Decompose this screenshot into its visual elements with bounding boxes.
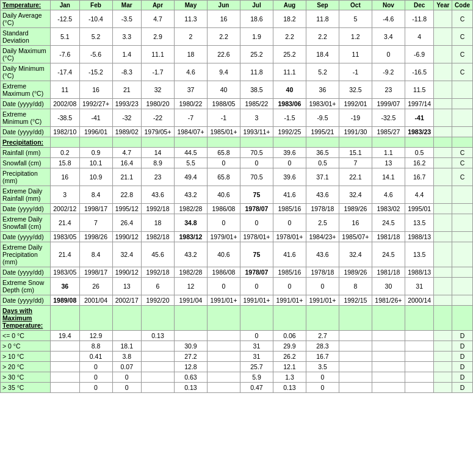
data-cell-r26-c2: 0 xyxy=(112,383,142,393)
row-header-0: Daily Average (°C) xyxy=(1,10,51,28)
climate-table: Temperature: Jan Feb Mar Apr May Jun Jul… xyxy=(0,0,473,393)
data-cell-r23-c0 xyxy=(51,352,80,362)
data-cell-r6-c5: -1 xyxy=(207,109,240,127)
row-header-19: Date (yyyy/dd) xyxy=(1,295,51,306)
data-cell-r1-c10: 3.4 xyxy=(372,28,405,46)
data-cell-r4-c2: 21 xyxy=(112,81,142,99)
data-cell-r16-c8: 43.6 xyxy=(306,242,339,267)
data-cell-r7-c1: 1996/01 xyxy=(79,127,112,137)
data-cell-r21-c6: 0 xyxy=(240,331,273,341)
data-cell-r24-c7: 12.1 xyxy=(273,362,306,372)
data-cell-r5-c11: 1997/14 xyxy=(405,99,434,109)
data-cell-r24-c4: 12.8 xyxy=(175,362,208,372)
data-cell-r10-c6: 0 xyxy=(240,158,273,168)
data-cell-r1-c11: 4 xyxy=(405,28,434,46)
row-header-5: Date (yyyy/dd) xyxy=(1,99,51,109)
section-cell-9 xyxy=(339,137,372,148)
data-cell-r12-c12 xyxy=(434,186,452,204)
data-cell-r18-c4: 12 xyxy=(175,278,208,295)
data-cell-r21-c5 xyxy=(207,331,240,341)
row-header-6: Extreme Minimum (°C) xyxy=(1,109,51,127)
section-cell-10 xyxy=(372,306,405,331)
data-cell-r1-c3: 2.9 xyxy=(142,28,175,46)
data-cell-r1-c6: 1.9 xyxy=(240,28,273,46)
data-cell-r0-c1: -10.4 xyxy=(79,10,112,28)
table-corner: Temperature: xyxy=(1,1,51,10)
data-cell-r7-c7: 1992/25 xyxy=(273,127,306,137)
data-cell-r24-c1: 0 xyxy=(79,362,112,372)
data-cell-r15-c12 xyxy=(434,232,452,242)
data-cell-r18-c3: 6 xyxy=(142,278,175,295)
col-aug: Aug xyxy=(273,1,306,10)
data-cell-r18-c2: 13 xyxy=(112,278,142,295)
row-header-18: Extreme Snow Depth (cm) xyxy=(1,278,51,295)
data-cell-r23-c10 xyxy=(372,352,405,362)
row-header-10: Snowfall (cm) xyxy=(1,158,51,168)
col-jan: Jan xyxy=(51,1,80,10)
data-cell-r22-c13: D xyxy=(452,341,473,352)
data-cell-r17-c1: 1998/17 xyxy=(79,267,112,278)
data-cell-r26-c13: D xyxy=(452,383,473,393)
data-cell-r7-c4: 1984/07+ xyxy=(175,127,208,137)
data-cell-r3-c8: 5.2 xyxy=(306,63,339,81)
data-cell-r1-c8: 2.2 xyxy=(306,28,339,46)
data-cell-r3-c11: -16.5 xyxy=(405,63,434,81)
data-cell-r4-c8: 36 xyxy=(306,81,339,99)
data-cell-r25-c10 xyxy=(372,372,405,383)
data-cell-r11-c10: 14.1 xyxy=(372,168,405,186)
data-cell-r3-c6: 11.8 xyxy=(240,63,273,81)
data-cell-r12-c3: 43.6 xyxy=(142,186,175,204)
data-cell-r6-c11: -41 xyxy=(405,109,434,127)
data-cell-r14-c1: 7 xyxy=(79,214,112,232)
data-cell-r2-c12 xyxy=(434,46,452,63)
section-cell-1 xyxy=(79,306,112,331)
data-cell-r6-c13 xyxy=(452,109,473,127)
data-cell-r5-c13 xyxy=(452,99,473,109)
data-cell-r6-c7: -1.5 xyxy=(273,109,306,127)
data-cell-r5-c0: 2002/08 xyxy=(51,99,80,109)
data-cell-r1-c9: 1.2 xyxy=(339,28,372,46)
data-cell-r23-c4: 27.2 xyxy=(175,352,208,362)
data-cell-r14-c3: 18 xyxy=(142,214,175,232)
data-cell-r5-c3: 1980/20 xyxy=(142,99,175,109)
data-cell-r23-c9 xyxy=(339,352,372,362)
data-cell-r18-c9: 8 xyxy=(339,278,372,295)
data-cell-r14-c7: 0 xyxy=(273,214,306,232)
data-cell-r17-c3: 1992/18 xyxy=(142,267,175,278)
data-cell-r14-c8: 2.5 xyxy=(306,214,339,232)
data-cell-r10-c1: 10.1 xyxy=(79,158,112,168)
data-cell-r12-c11: 4.4 xyxy=(405,186,434,204)
section-cell-4 xyxy=(175,137,208,148)
data-cell-r10-c4: 5.5 xyxy=(175,158,208,168)
row-header-2: Daily Maximum (°C) xyxy=(1,46,51,63)
data-cell-r9-c4: 44.5 xyxy=(175,148,208,158)
data-cell-r9-c0: 0.2 xyxy=(51,148,80,158)
data-cell-r7-c0: 1982/10 xyxy=(51,127,80,137)
col-jun: Jun xyxy=(207,1,240,10)
data-cell-r2-c1: -5.6 xyxy=(79,46,112,63)
data-cell-r11-c11: 16.7 xyxy=(405,168,434,186)
data-cell-r17-c10: 1981/18 xyxy=(372,267,405,278)
data-cell-r2-c9: 11 xyxy=(339,46,372,63)
data-cell-r7-c3: 1979/05+ xyxy=(142,127,175,137)
data-cell-r3-c2: -8.3 xyxy=(112,63,142,81)
data-cell-r19-c2: 2002/17 xyxy=(112,295,142,306)
data-cell-r4-c11: 11.5 xyxy=(405,81,434,99)
data-cell-r13-c13 xyxy=(452,204,473,214)
data-cell-r12-c6: 75 xyxy=(240,186,273,204)
data-cell-r17-c11: 1988/13 xyxy=(405,267,434,278)
col-jul: Jul xyxy=(240,1,273,10)
data-cell-r0-c9: 5 xyxy=(339,10,372,28)
data-cell-r0-c13: C xyxy=(452,10,473,28)
data-cell-r9-c12 xyxy=(434,148,452,158)
data-cell-r4-c9: 32.5 xyxy=(339,81,372,99)
data-cell-r2-c10: 0 xyxy=(372,46,405,63)
data-cell-r1-c5: 2.2 xyxy=(207,28,240,46)
data-cell-r11-c7: 39.6 xyxy=(273,168,306,186)
section-cell-12 xyxy=(434,137,452,148)
data-cell-r2-c8: 18.4 xyxy=(306,46,339,63)
data-cell-r7-c5: 1985/01+ xyxy=(207,127,240,137)
data-cell-r13-c12 xyxy=(434,204,452,214)
data-cell-r18-c11: 31 xyxy=(405,278,434,295)
data-cell-r18-c7: 0 xyxy=(273,278,306,295)
